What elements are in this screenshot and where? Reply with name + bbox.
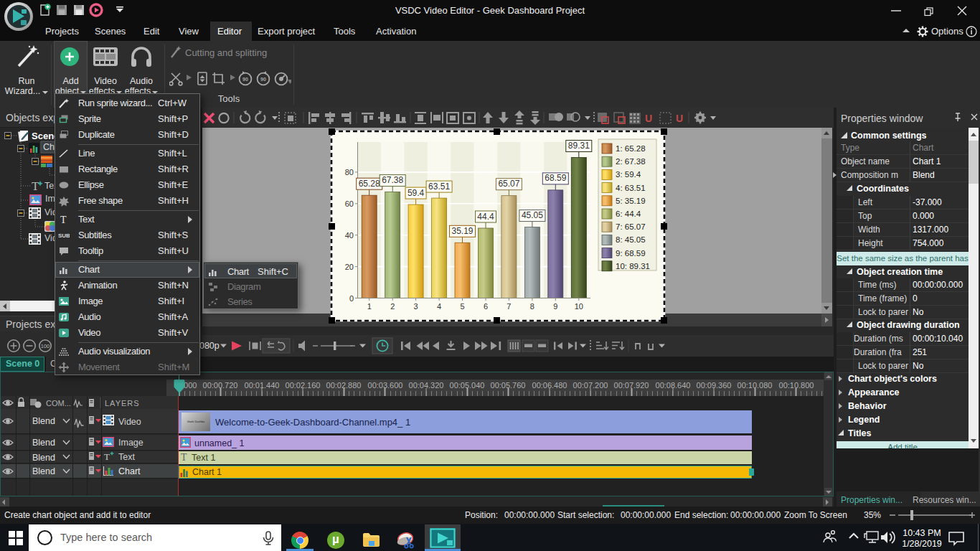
svg-text:59.4: 59.4 (407, 188, 425, 198)
svg-text:10: 10 (575, 302, 583, 311)
svg-text:8: 8 (530, 302, 534, 311)
svg-text:4: 63.51: 4: 63.51 (616, 184, 646, 192)
svg-text:67.38: 67.38 (382, 175, 403, 185)
svg-text:6: 44.4: 6: 44.4 (616, 209, 641, 218)
svg-text:4: 4 (437, 302, 441, 311)
svg-text:6: 6 (484, 302, 488, 311)
svg-text:40: 40 (345, 231, 354, 240)
svg-text:89.31: 89.31 (568, 141, 590, 151)
svg-text:3: 3 (414, 302, 418, 311)
svg-text:7: 7 (507, 302, 511, 311)
svg-text:U: U (676, 113, 683, 124)
svg-text:7: 65.07: 7: 65.07 (616, 222, 646, 231)
svg-text:9: 68.59: 9: 68.59 (616, 249, 646, 258)
svg-text:65.28: 65.28 (359, 179, 380, 189)
svg-text:65.07: 65.07 (498, 179, 519, 189)
svg-text:1: 1 (367, 302, 372, 311)
svg-text:35.19: 35.19 (451, 226, 473, 236)
svg-text:T: T (104, 451, 110, 462)
svg-text:2: 67.38: 2: 67.38 (616, 157, 646, 166)
svg-text:90: 90 (260, 77, 266, 82)
svg-text:T: T (60, 215, 67, 225)
svg-text:10: 89.31: 10: 89.31 (616, 262, 650, 270)
svg-text:8: 45.05: 8: 45.05 (616, 235, 646, 244)
svg-text:Image: Image (118, 438, 143, 448)
svg-text:SUB: SUB (58, 232, 70, 239)
svg-text:60: 60 (345, 199, 354, 208)
svg-text:Text: Text (118, 452, 135, 462)
svg-text:Chart: Chart (118, 466, 141, 476)
svg-text:20: 20 (345, 263, 354, 271)
svg-text:63.51: 63.51 (428, 182, 450, 192)
svg-text:U: U (645, 113, 652, 124)
svg-text:0: 0 (349, 294, 354, 303)
svg-text:Video: Video (118, 417, 141, 427)
svg-text:80: 80 (345, 168, 354, 176)
svg-text:44.4: 44.4 (477, 212, 494, 222)
svg-text:3: 59.4: 3: 59.4 (616, 170, 641, 179)
svg-text:5: 35.19: 5: 35.19 (616, 197, 646, 205)
svg-text:45.05: 45.05 (522, 210, 543, 220)
svg-text:100: 100 (41, 343, 50, 349)
svg-text:68.59: 68.59 (545, 173, 566, 183)
svg-text:1: 65.28: 1: 65.28 (616, 144, 646, 153)
svg-text:90: 90 (242, 77, 248, 82)
svg-text:5: 5 (460, 302, 464, 311)
svg-text:2: 2 (390, 302, 395, 311)
svg-text:T: T (32, 179, 39, 193)
svg-text:9: 9 (553, 302, 557, 311)
